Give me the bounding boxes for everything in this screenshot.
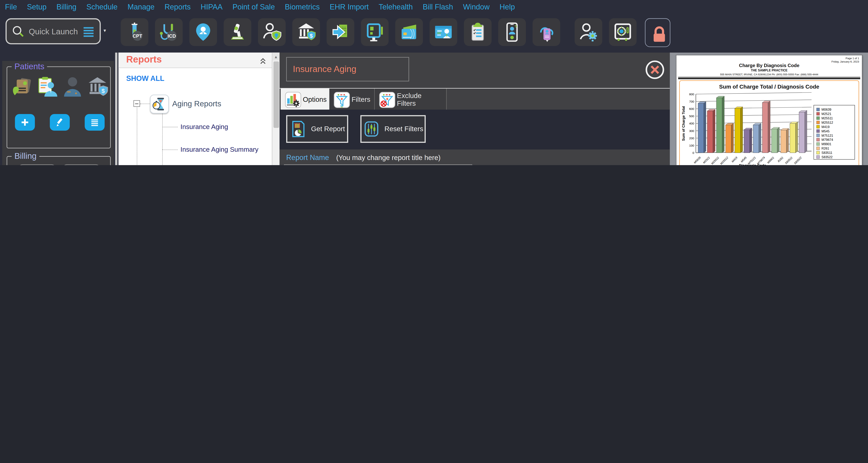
menu-hipaa[interactable]: HIPAA [196, 0, 227, 14]
menu-lines-icon[interactable] [82, 25, 95, 38]
reports-tree: SHOW ALL Aging ReportsInsurance AgingIns… [119, 67, 272, 165]
reset-filters-button[interactable]: Reset Filters [361, 115, 426, 143]
close-icon[interactable] [645, 60, 665, 80]
tree-connector [162, 127, 178, 127]
menu-reports[interactable]: Reports [160, 0, 196, 14]
svg-text:M79674: M79674 [822, 138, 833, 142]
svg-text:$: $ [101, 87, 105, 94]
header-rule [678, 77, 860, 79]
report-preview-page-bar[interactable]: Page 1 of 1Friday, January 6, 2023Charge… [677, 56, 862, 165]
pos-monitor-icon [365, 22, 385, 42]
collapse-panel-icon[interactable] [258, 56, 267, 65]
menu-setup[interactable]: Setup [22, 0, 52, 14]
menu-file[interactable]: File [0, 0, 22, 14]
menu-ehr-import[interactable]: EHR Import [325, 0, 374, 14]
menu-biometrics[interactable]: Biometrics [280, 0, 325, 14]
svg-text:M0639: M0639 [693, 156, 701, 164]
menu-billing[interactable]: Billing [52, 0, 82, 14]
sidebar-splitter[interactable] [115, 53, 117, 165]
cloud-sync-button[interactable] [532, 18, 560, 46]
video-call-button[interactable] [498, 18, 526, 46]
microscope-button[interactable] [224, 18, 251, 46]
scroll-thumb[interactable] [273, 61, 279, 128]
patient-clipboard-icon[interactable] [36, 76, 59, 98]
cpt-button[interactable]: CPT [121, 18, 148, 46]
pos-monitor-button[interactable] [361, 18, 389, 46]
svg-text:CPT: CPT [132, 33, 142, 39]
cms-1450-button[interactable]: CMS1450 [61, 164, 101, 165]
svg-text:S83511: S83511 [784, 156, 793, 165]
reports-tree-panel: Reports SHOW ALL Aging ReportsInsurance … [119, 53, 280, 165]
id-card-button[interactable] [430, 18, 457, 46]
menu-schedule[interactable]: Schedule [82, 0, 123, 14]
insurance-card-icon[interactable] [12, 76, 34, 98]
tab-strip: OptionsFiltersExclude Filters [280, 88, 670, 110]
edit-patient-button[interactable] [50, 114, 70, 131]
patient-shield-button[interactable] [258, 18, 286, 46]
icd-button[interactable]: ICD [155, 18, 183, 46]
menu-telehealth[interactable]: Telehealth [374, 0, 417, 14]
menu-window[interactable]: Window [458, 0, 495, 14]
tab-filters[interactable]: Filters [330, 89, 375, 110]
scroll-up-arrow[interactable]: ▲ [273, 53, 280, 60]
user-gear-button[interactable] [575, 18, 602, 46]
panel-title-box: Insurance Aging [286, 57, 409, 81]
tab-label: Filters [351, 95, 370, 103]
svg-text:0: 0 [692, 151, 694, 154]
microscope-icon [227, 22, 247, 42]
svg-text:S83522: S83522 [793, 156, 802, 165]
menu-bar: FileSetupBillingScheduleManageReportsHIP… [0, 0, 868, 14]
tree-vertical-scrollbar[interactable]: ▲▼ [272, 53, 280, 165]
billing-group: Billing CMS1500CMS1450$$ [7, 156, 111, 165]
cloud-sync-icon [536, 22, 556, 42]
svg-text:S83522: S83522 [822, 155, 833, 159]
report-name-input[interactable] [284, 164, 472, 165]
tree-node-aging-reports[interactable]: Aging Reports [172, 99, 221, 108]
svg-text:800: 800 [689, 93, 694, 96]
tree-expand-toggle[interactable] [133, 100, 140, 107]
checklist-button[interactable] [464, 18, 492, 46]
location-pin-button[interactable] [189, 18, 217, 46]
svg-text:M545: M545 [822, 129, 830, 133]
tree-connector [162, 113, 163, 165]
svg-text:200: 200 [689, 136, 694, 140]
show-all-link[interactable]: SHOW ALL [126, 74, 164, 83]
cms-1500-button[interactable]: CMS1500 [17, 164, 57, 165]
tab-options[interactable]: Options [281, 89, 330, 110]
list-icon [90, 117, 100, 127]
id-card-icon [433, 22, 453, 42]
credit-card-button[interactable] [395, 18, 423, 46]
filter-funnel-icon [334, 92, 349, 107]
tab-exclude-filters[interactable]: Exclude Filters [375, 89, 447, 110]
quick-launch-box[interactable]: Quick Launch [5, 18, 101, 44]
tree-item-insurance-aging-summary[interactable]: Insurance Aging Summary [181, 146, 258, 153]
svg-text:R261: R261 [822, 147, 829, 150]
get-report-button[interactable]: Get Report [286, 115, 348, 143]
svg-text:M9901: M9901 [767, 156, 775, 164]
bank-dollar-icon: $ [296, 22, 316, 42]
bank-dollar-button[interactable]: $ [292, 18, 320, 46]
menu-bill-flash[interactable]: Bill Flash [418, 0, 458, 14]
add-patient-button[interactable] [15, 114, 35, 131]
menu-help[interactable]: Help [495, 0, 520, 14]
svg-text:M419: M419 [822, 125, 830, 129]
bar-chart: 0100200300400500600700800M0639M2521M2551… [681, 92, 857, 165]
caret-down-icon[interactable]: ▾ [103, 28, 106, 33]
import-button[interactable] [327, 18, 354, 46]
tree-connector [140, 103, 150, 104]
billing-group-title: Billing [12, 151, 39, 161]
svg-text:500: 500 [689, 115, 694, 118]
menu-point-of-sale[interactable]: Point of Sale [227, 0, 280, 14]
tree-item-insurance-aging[interactable]: Insurance Aging [181, 123, 228, 131]
lock-button[interactable] [645, 18, 670, 47]
svg-text:Diagnosis Code: Diagnosis Code [739, 163, 766, 165]
pencil-icon [55, 117, 65, 127]
svg-text:M419: M419 [731, 156, 738, 163]
menu-manage[interactable]: Manage [123, 0, 159, 14]
patient-icon[interactable] [61, 76, 84, 98]
import-icon [331, 22, 350, 42]
report-title: Charge By Diagnosis Code [677, 63, 862, 68]
patient-bank-icon[interactable]: $ [86, 76, 108, 98]
vault-button[interactable] [609, 18, 637, 46]
patient-list-button[interactable] [85, 114, 104, 131]
